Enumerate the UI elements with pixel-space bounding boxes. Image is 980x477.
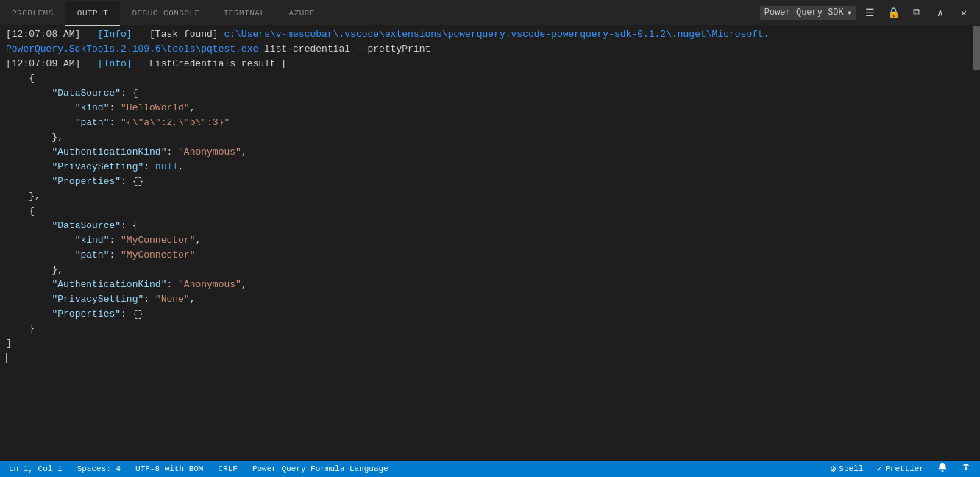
json-line-7: }, <box>0 132 973 146</box>
status-broadcast[interactable] <box>958 461 974 477</box>
scrollbar-track[interactable] <box>973 26 980 461</box>
json-line-20: } <box>0 323 973 338</box>
tab-terminal[interactable]: TERMINAL <box>212 1 277 26</box>
json-line-11: }, <box>0 191 973 205</box>
output-source-label: Power Query SDK <box>764 7 844 18</box>
json-line-21: ] <box>0 338 973 353</box>
status-ln-col[interactable]: Ln 1, Col 1 <box>6 461 65 477</box>
log-line-2: [12:07:09 AM] [Info] ListCredentials res… <box>0 58 973 73</box>
tab-output[interactable]: OUTPUT <box>65 1 121 26</box>
json-line-8: "AuthenticationKind": "Anonymous", <box>0 146 973 161</box>
status-prettier[interactable]: ✓ Prettier <box>873 461 927 477</box>
log-line-1b: PowerQuery.SdkTools.2.109.6\tools\pqtest… <box>0 43 973 58</box>
cursor-line <box>0 353 973 367</box>
tab-debug-console[interactable]: DEBUG CONSOLE <box>120 1 211 26</box>
json-line-5: "kind": "HelloWorld", <box>0 102 973 117</box>
json-line-10: "Properties": {} <box>0 176 973 191</box>
check-icon: ✓ <box>876 463 882 475</box>
copy-icon[interactable]: ⧉ <box>906 2 927 23</box>
tab-azure[interactable]: AZURE <box>277 1 327 26</box>
svg-point-0 <box>965 467 967 470</box>
status-spell[interactable]: ⚙ Spell <box>828 461 867 477</box>
status-bar: Ln 1, Col 1 Spaces: 4 UTF-8 with BOM CRL… <box>0 461 980 477</box>
status-notifications[interactable] <box>934 461 951 477</box>
json-line-19: "Properties": {} <box>0 308 973 323</box>
json-line-15: "path": "MyConnector" <box>0 250 973 264</box>
output-source-dropdown[interactable]: Power Query SDK ▾ <box>760 6 856 20</box>
status-right: ⚙ Spell ✓ Prettier <box>828 461 974 477</box>
main-area: [12:07:08 AM] [Info] [Task found] c:\Use… <box>0 26 980 461</box>
lock-icon[interactable]: 🔒 <box>883 2 903 23</box>
tab-bar-left: PROBLEMS OUTPUT DEBUG CONSOLE TERMINAL A… <box>0 0 327 25</box>
notifications-icon <box>937 462 948 476</box>
status-left: Ln 1, Col 1 Spaces: 4 UTF-8 with BOM CRL… <box>6 461 391 477</box>
status-encoding[interactable]: UTF-8 with BOM <box>132 461 206 477</box>
tab-problems[interactable]: PROBLEMS <box>0 1 65 26</box>
status-language[interactable]: Power Query Formula Language <box>249 461 391 477</box>
tab-bar-right: Power Query SDK ▾ ☰ 🔒 ⧉ ∧ ✕ <box>760 0 980 25</box>
json-line-3: { <box>0 73 973 88</box>
output-panel[interactable]: [12:07:08 AM] [Info] [Task found] c:\Use… <box>0 26 973 461</box>
status-eol[interactable]: CRLF <box>215 461 240 477</box>
json-line-16: }, <box>0 264 973 279</box>
tab-bar: PROBLEMS OUTPUT DEBUG CONSOLE TERMINAL A… <box>0 0 980 26</box>
chevron-down-icon: ▾ <box>847 7 852 18</box>
close-icon[interactable]: ✕ <box>954 2 974 23</box>
collapse-icon[interactable]: ∧ <box>930 2 951 23</box>
json-line-13: "DataSource": { <box>0 220 973 235</box>
log-line-1: [12:07:08 AM] [Info] [Task found] c:\Use… <box>0 29 973 43</box>
json-line-12: { <box>0 205 973 220</box>
json-line-18: "PrivacySetting": "None", <box>0 294 973 308</box>
json-line-14: "kind": "MyConnector", <box>0 235 973 250</box>
list-icon[interactable]: ☰ <box>859 2 880 23</box>
status-spaces[interactable]: Spaces: 4 <box>74 461 124 477</box>
gear-icon: ⚙ <box>831 463 837 475</box>
json-line-6: "path": "{\"a\":2,\"b\":3}" <box>0 117 973 132</box>
json-line-9: "PrivacySetting": null, <box>0 161 973 176</box>
json-line-4: "DataSource": { <box>0 88 973 102</box>
json-line-17: "AuthenticationKind": "Anonymous", <box>0 279 973 294</box>
broadcast-icon <box>961 462 971 476</box>
text-cursor <box>6 353 7 363</box>
scrollbar-thumb[interactable] <box>973 26 980 70</box>
